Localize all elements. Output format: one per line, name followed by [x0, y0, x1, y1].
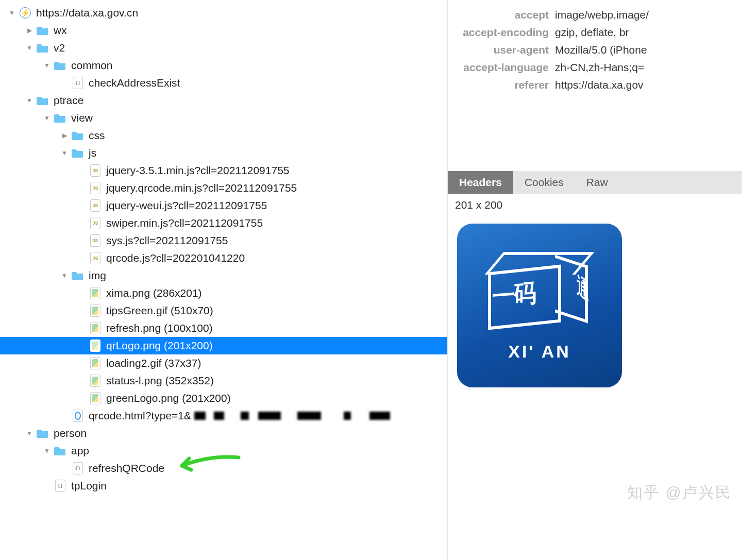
- detail-tabs: Headers Cookies Raw: [448, 171, 742, 194]
- tree-row-jsfile[interactable]: JS jquery-3.5.1.min.js?cll=202112091755: [0, 162, 447, 179]
- js-file-icon: JS: [89, 200, 102, 211]
- header-value: zh-CN,zh-Hans;q=: [555, 59, 644, 76]
- html-file-icon: [71, 410, 85, 421]
- tree-row-checkaddressexist[interactable]: {} checkAddressExist: [0, 74, 447, 92]
- tree-row-ptrace[interactable]: ▼ ptrace: [0, 92, 447, 109]
- chevron-down-icon[interactable]: ▼: [42, 114, 52, 122]
- chevron-down-icon[interactable]: ▼: [25, 97, 34, 104]
- tree-row-app[interactable]: ▼ app: [0, 442, 447, 460]
- js-file-icon: JS: [89, 235, 102, 246]
- tree-label: js: [89, 147, 96, 159]
- redacted-text: [194, 412, 390, 420]
- tree-row-jsfile[interactable]: JS qrcode.js?cll=202201041220: [0, 249, 447, 267]
- image-file-icon: [89, 358, 102, 369]
- tree-row-imgfile[interactable]: status-l.png (352x352): [0, 372, 447, 389]
- tree-label: qrcode.js?cll=202201041220: [106, 252, 245, 264]
- tree-row-person[interactable]: ▼ person: [0, 425, 447, 442]
- chevron-down-icon[interactable]: ▼: [7, 9, 16, 16]
- folder-icon: [36, 428, 49, 439]
- tree-row-tplogin[interactable]: {} tpLogin: [0, 477, 447, 495]
- tree-row-jsfile[interactable]: JS swiper.min.js?cll=202112091755: [0, 214, 447, 232]
- tree-label: v2: [54, 42, 65, 54]
- tree-row-root[interactable]: ▼ ⚡ https://data.xa.gov.cn: [0, 4, 447, 22]
- watermark: 知乎 @卢兴民: [620, 482, 732, 503]
- json-file-icon: {}: [71, 77, 85, 89]
- tree-row-v2[interactable]: ▼ v2: [0, 39, 447, 57]
- tree-label: app: [71, 445, 89, 457]
- header-row: referer https://data.xa.gov: [448, 76, 742, 94]
- tree-label: tpLogin: [71, 480, 107, 492]
- tree-label: img: [89, 269, 106, 282]
- header-name: accept-language: [448, 59, 549, 76]
- folder-icon: [54, 445, 67, 456]
- watermark-text: 知乎 @卢兴民: [627, 482, 732, 503]
- tree-label: common: [71, 59, 113, 72]
- tree-label: loading2.gif (37x37): [106, 357, 201, 369]
- chevron-down-icon[interactable]: ▼: [42, 447, 52, 454]
- tree-row-view[interactable]: ▼ view: [0, 109, 447, 127]
- tab-raw[interactable]: Raw: [575, 171, 619, 194]
- header-name: user-agent: [448, 41, 549, 59]
- chevron-right-icon[interactable]: ▶: [60, 132, 69, 139]
- header-name: accept-encoding: [448, 24, 549, 41]
- tree-row-imgfile[interactable]: xima.png (286x201): [0, 284, 447, 302]
- tree-row-imgfile[interactable]: refresh.png (100x100): [0, 319, 447, 337]
- js-file-icon: JS: [89, 165, 102, 176]
- tree-row-wx[interactable]: ▶ wx: [0, 22, 447, 39]
- tree-label: jquery-weui.js?cll=202112091755: [106, 199, 267, 212]
- image-file-icon: [89, 287, 102, 299]
- json-file-icon: {}: [54, 480, 67, 491]
- image-file-icon: [89, 393, 102, 404]
- globe-lightning-icon: ⚡: [19, 7, 32, 19]
- image-file-icon: [89, 323, 102, 334]
- folder-icon: [54, 112, 67, 124]
- preview-dimensions: 201 x 200: [448, 194, 742, 216]
- tree-row-img[interactable]: ▼ img: [0, 267, 447, 284]
- details-panel: accept image/webp,image/ accept-encoding…: [447, 0, 742, 560]
- tree-row-jsfile[interactable]: JS jquery-weui.js?cll=202112091755: [0, 197, 447, 214]
- tree-row-refreshqrcode[interactable]: {} refreshQRCode: [0, 460, 447, 477]
- js-file-icon: JS: [89, 217, 102, 229]
- image-file-icon: [89, 340, 102, 351]
- tree-panel: ▼ ⚡ https://data.xa.gov.cn ▶ wx ▼ v2 ▼ c…: [0, 0, 447, 560]
- tree-label: status-l.png (352x352): [106, 375, 214, 387]
- header-value: gzip, deflate, br: [555, 24, 629, 41]
- tree-row-css[interactable]: ▶ css: [0, 127, 447, 144]
- header-value: Mozilla/5.0 (iPhone: [555, 41, 647, 59]
- image-preview: 一码 通 XI' AN: [457, 224, 622, 387]
- folder-icon: [71, 270, 85, 281]
- folder-icon: [36, 42, 49, 54]
- brand-text: XI' AN: [508, 342, 571, 362]
- image-file-icon: [89, 375, 102, 386]
- chevron-down-icon[interactable]: ▼: [25, 430, 34, 437]
- tree-row-qrcodehtml[interactable]: qrcode.html?type=1&: [0, 407, 447, 425]
- tab-cookies[interactable]: Cookies: [513, 171, 575, 194]
- tree-row-imgfile[interactable]: tipsGreen.gif (510x70): [0, 302, 447, 319]
- chevron-down-icon[interactable]: ▼: [42, 62, 52, 69]
- tree-row-common[interactable]: ▼ common: [0, 57, 447, 74]
- tree-label: qrcode.html?type=1&: [89, 410, 191, 422]
- folder-icon: [54, 60, 67, 71]
- tab-headers[interactable]: Headers: [448, 171, 513, 194]
- tree-label: wx: [54, 24, 67, 37]
- chevron-down-icon[interactable]: ▼: [25, 44, 34, 52]
- chevron-right-icon[interactable]: ▶: [25, 27, 34, 34]
- header-name: referer: [448, 76, 549, 94]
- tree-row-jsfile[interactable]: JS jquery.qrcode.min.js?cll=202112091755: [0, 179, 447, 197]
- tree-row-imgfile[interactable]: loading2.gif (37x37): [0, 354, 447, 372]
- header-value: https://data.xa.gov: [555, 76, 644, 94]
- tree-row-jsfile[interactable]: JS sys.js?cll=202112091755: [0, 232, 447, 249]
- tree-label: https://data.xa.gov.cn: [36, 7, 138, 19]
- chevron-down-icon[interactable]: ▼: [60, 272, 69, 279]
- folder-icon: [71, 130, 85, 141]
- folder-icon: [71, 147, 85, 159]
- tree-row-imgfile[interactable]: greenLogo.png (201x200): [0, 389, 447, 407]
- tree-row-js[interactable]: ▼ js: [0, 144, 447, 162]
- tree-row-imgfile-selected[interactable]: qrLogo.png (201x200): [0, 337, 447, 354]
- header-name: accept: [448, 6, 549, 24]
- header-row: accept-language zh-CN,zh-Hans;q=: [448, 59, 742, 76]
- tree-label: jquery-3.5.1.min.js?cll=202112091755: [106, 164, 290, 177]
- tree-label: refresh.png (100x100): [106, 322, 213, 334]
- tree-label: sys.js?cll=202112091755: [106, 234, 228, 247]
- chevron-down-icon[interactable]: ▼: [60, 149, 69, 157]
